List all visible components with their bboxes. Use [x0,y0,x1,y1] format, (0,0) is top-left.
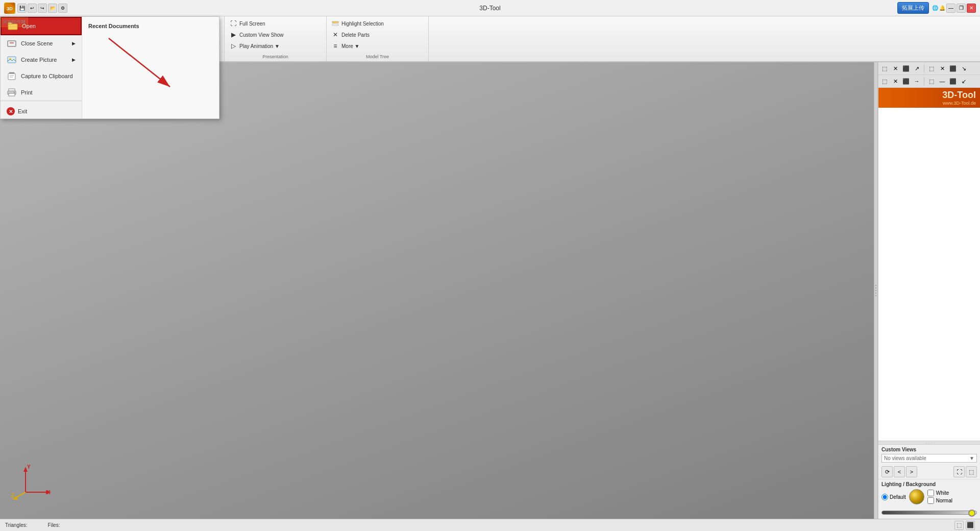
upload-button[interactable]: 拓展上传 [897,2,929,14]
lighting-row: Default White Normal [881,489,977,504]
svg-rect-43 [8,74,15,80]
svg-text:3D: 3D [7,6,13,11]
color-slider-track[interactable] [881,511,977,515]
files-label: Files: [48,522,60,528]
ribbon-spacer [429,16,980,61]
panel-close-btn[interactable]: ✕ [890,76,900,86]
delete-parts-button[interactable]: ✕ Delete Parts [329,30,426,40]
open-menu-item[interactable]: Open [1,17,82,35]
splitter-bar[interactable] [874,62,878,519]
create-picture-arrow-icon: ▶ [72,57,76,62]
exit-button[interactable]: ✕ Exit [1,104,82,118]
dropdown-right-panel: Recent Documents [82,17,219,118]
capture-clipboard-label: Capture to Clipboard [21,73,73,79]
panel-fit-btn[interactable]: ⬛ [901,76,911,86]
close-scene-arrow-icon: ▶ [72,41,76,46]
presentation-group-label: Presentation [227,54,324,60]
panel-view-btn-4[interactable]: ↗ [912,63,922,74]
close-scene-menu-item[interactable]: Close Scene ▶ [1,35,82,52]
custom-view-show-icon: ▶ [229,31,237,39]
more-icon: ≡ [331,42,339,50]
viewport[interactable]: Y X Z [0,62,874,519]
quick-settings-btn[interactable]: ⚙ [58,4,67,13]
panel-down-btn[interactable]: ↙ [959,76,969,86]
custom-views-dropdown[interactable]: No views available ▼ [881,454,977,463]
right-panel: ⬚ ✕ ⬛ ↗ ⬚ ✕ ⬛ ↘ ⬚ ✕ ⬛ → ⬚ — ⬛ ↙ 3D-Tool … [878,62,980,519]
nav-next-btn[interactable]: > [906,466,917,477]
svg-rect-38 [8,41,16,46]
panel-expand-btn[interactable]: ⬚ [879,76,890,86]
print-menu-item[interactable]: Print [1,84,82,101]
restore-button[interactable]: ❐ [957,4,966,13]
panel-view-btn-7[interactable]: ⬛ [948,63,958,74]
title-bar: 3D 💾 ↩ ↪ 📂 ⚙ 3D-Tool 拓展上传 🌐🔔 — ❐ ✕ [0,0,980,16]
panel-view-btn-8[interactable]: ↘ [959,63,969,74]
panel-view-btn-6[interactable]: ✕ [937,63,947,74]
app-logo-icon: 3D [4,3,15,14]
svg-text:Y: Y [27,464,31,470]
panel-view-btn-3[interactable]: ⬛ [901,63,911,74]
toolbar-sep-2 [924,77,924,85]
close-button[interactable]: ✕ [967,4,976,13]
custom-views-chevron-icon: ▼ [969,455,974,461]
highlight-selection-button[interactable]: Highlight Selection [329,18,426,29]
default-radio-label[interactable]: Default [881,494,906,500]
default-radio[interactable] [881,494,888,500]
panel-extra-btn[interactable]: ⬛ [948,76,958,86]
quick-redo-btn[interactable]: ↪ [38,4,47,13]
nav-refresh-btn[interactable]: ⟳ [881,466,893,477]
white-bg-checkbox[interactable] [927,490,934,496]
svg-text:Z: Z [11,493,14,498]
quick-save-btn[interactable]: 💾 [17,4,27,13]
panel-zoom-btn[interactable]: ⬚ [926,76,937,86]
svg-rect-25 [332,21,338,23]
create-picture-label: Create Picture [21,57,57,63]
close-scene-icon [7,39,17,47]
normal-bg-label: Normal [936,498,952,503]
panel-view-btn-2[interactable]: ✕ [890,63,900,74]
panel-minus-btn[interactable]: — [937,76,947,86]
highlight-selection-label: Highlight Selection [341,21,384,27]
lighting-section: Lighting / Background Default White Norm… [878,479,980,509]
panel-arrow-btn[interactable]: → [912,76,922,86]
nav-fullscreen-btn[interactable]: ⛶ [953,466,965,477]
lighting-globe-icon [909,489,924,504]
create-picture-menu-item[interactable]: Create Picture ▶ [1,52,82,68]
svg-rect-37 [8,22,12,25]
custom-views-value: No views available [884,455,926,461]
panel-view-btn-1[interactable]: ⬚ [879,63,890,74]
quick-undo-btn[interactable]: ↩ [28,4,37,13]
exit-label: Exit [18,108,27,114]
full-screen-button[interactable]: ⛶ Full Screen [227,18,324,29]
play-animation-button[interactable]: ▷ Play Animation ▼ [227,41,324,51]
play-animation-icon: ▷ [229,42,237,50]
nav-restore-btn[interactable]: ⬚ [966,466,977,477]
capture-clipboard-icon [7,72,17,80]
title-bar-left: 3D 💾 ↩ ↪ 📂 ⚙ [0,3,67,14]
custom-view-show-button[interactable]: ▶ Custom View Show [227,30,324,40]
model-tree-group-label: Model Tree [329,54,426,60]
nav-buttons-row: ⟳ < > ⛶ ⬚ [878,465,980,479]
splitter-handle [875,285,876,296]
white-bg-label: White [936,490,949,496]
print-icon [7,88,17,96]
play-animation-label: Play Animation ▼ [239,43,280,49]
color-slider-thumb[interactable] [968,510,975,517]
nav-prev-btn[interactable]: < [894,466,905,477]
svg-line-51 [109,38,170,87]
lighting-title: Lighting / Background [881,481,977,487]
statusbar-btn-2[interactable]: ⬛ [966,521,975,530]
close-scene-label: Close Scene [21,40,53,46]
delete-parts-label: Delete Parts [341,32,370,38]
capture-clipboard-menu-item[interactable]: Capture to Clipboard [1,68,82,84]
more-button[interactable]: ≡ More ▼ [329,41,426,51]
normal-bg-checkbox[interactable] [927,497,934,504]
quick-open-btn[interactable]: 📂 [48,4,57,13]
panel-horizontal-divider[interactable]: · · · [878,441,980,445]
dropdown-menu: Open Close Scene ▶ [0,16,219,119]
bg-options: White Normal [927,490,952,504]
statusbar-btn-1[interactable]: ⬚ [954,521,964,530]
minimize-button[interactable]: — [946,4,955,13]
panel-view-btn-5[interactable]: ⬚ [926,63,937,74]
full-screen-icon: ⛶ [229,19,237,28]
